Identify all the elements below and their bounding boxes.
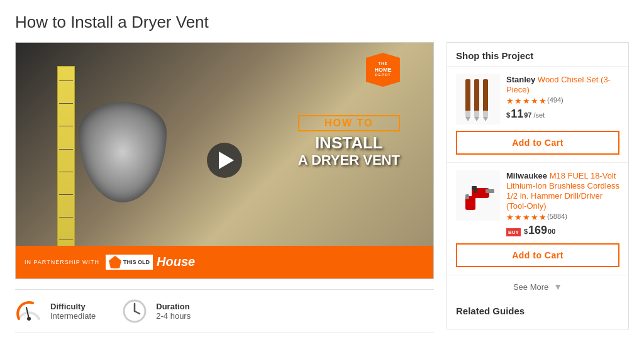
product-info-2: Milwaukee M18 FUEL 18-Volt Lithium-Ion B… bbox=[506, 170, 619, 237]
add-to-cart-button-2[interactable]: Add to Cart bbox=[456, 243, 619, 267]
svg-rect-11 bbox=[483, 79, 488, 114]
duration-item: Duration 2-4 hours bbox=[121, 297, 191, 325]
duration-text: Duration 2-4 hours bbox=[156, 302, 191, 321]
home-depot-badge: THE HOME DEPOT bbox=[366, 53, 400, 87]
toh-house-text: House bbox=[157, 255, 195, 269]
difficulty-value: Intermediate bbox=[50, 311, 96, 321]
duration-value: 2-4 hours bbox=[156, 311, 191, 321]
see-more-chevron: ▼ bbox=[553, 282, 562, 292]
star-d3: ★ bbox=[523, 212, 530, 222]
star-d5: ★ bbox=[539, 212, 547, 222]
product-image-drill bbox=[456, 170, 500, 221]
price-cents-1: 97 bbox=[524, 111, 531, 119]
price-dollar-2: $ bbox=[524, 228, 528, 235]
shop-item-1: Stanley Wood Chisel Set (3-Piece) ★ ★ ★ … bbox=[447, 67, 628, 163]
page-container: How to Install a Dryer Vent bbox=[0, 0, 644, 342]
price-main-1: 11 bbox=[511, 108, 523, 121]
duration-label: Duration bbox=[156, 302, 191, 311]
play-button[interactable] bbox=[207, 143, 242, 178]
star-3: ★ bbox=[523, 96, 530, 106]
product-brand-2: Milwaukee bbox=[506, 171, 550, 180]
video-inner: THE HOME DEPOT HOW TO INSTALL A DRYER VE… bbox=[16, 43, 433, 279]
product-image-chisel bbox=[456, 74, 500, 124]
buy-badge: BUY bbox=[506, 228, 521, 236]
dryer-vent-label: A DRYER VENT bbox=[298, 152, 400, 168]
star-5-half: ★ bbox=[539, 96, 547, 106]
shop-panel-header: Shop this Project bbox=[447, 43, 628, 67]
price-row-2: BUY $ 169 00 bbox=[506, 224, 619, 237]
svg-marker-7 bbox=[465, 117, 470, 121]
star-d4: ★ bbox=[531, 212, 538, 222]
shop-item-2: Milwaukee M18 FUEL 18-Volt Lithium-Ion B… bbox=[447, 163, 628, 275]
left-column: THE HOME DEPOT HOW TO INSTALL A DRYER VE… bbox=[15, 42, 434, 333]
video-overlay-text: HOW TO INSTALL A DRYER VENT bbox=[298, 90, 400, 168]
svg-rect-19 bbox=[472, 186, 477, 190]
svg-line-4 bbox=[135, 311, 140, 314]
price-dollar-1: $ bbox=[506, 111, 510, 119]
add-to-cart-button-1[interactable]: Add to Cart bbox=[456, 131, 619, 155]
partnership-text: IN PARTNERSHIP WITH bbox=[25, 259, 99, 265]
main-layout: THE HOME DEPOT HOW TO INSTALL A DRYER VE… bbox=[15, 42, 629, 333]
right-column: Shop this Project bbox=[447, 42, 629, 329]
review-count-1: (494) bbox=[547, 96, 564, 106]
chisel-graphic bbox=[459, 76, 497, 123]
clock-icon bbox=[121, 297, 148, 325]
star-d2: ★ bbox=[514, 212, 522, 222]
product-info-1: Stanley Wood Chisel Set (3-Piece) ★ ★ ★ … bbox=[506, 74, 619, 124]
star-1: ★ bbox=[506, 96, 514, 106]
toh-house-icon bbox=[109, 256, 121, 268]
price-row-1: $ 11 97 /set bbox=[506, 108, 619, 121]
install-label: INSTALL bbox=[298, 134, 400, 152]
shop-panel: Shop this Project bbox=[447, 42, 629, 329]
svg-rect-9 bbox=[474, 111, 479, 117]
svg-point-1 bbox=[27, 317, 31, 321]
star-2: ★ bbox=[514, 96, 522, 106]
shop-item-inner-2: Milwaukee M18 FUEL 18-Volt Lithium-Ion B… bbox=[456, 170, 619, 237]
difficulty-text: Difficulty Intermediate bbox=[50, 302, 96, 321]
svg-rect-12 bbox=[483, 111, 488, 117]
difficulty-item: Difficulty Intermediate bbox=[15, 297, 96, 325]
tape-measure-graphic bbox=[57, 66, 75, 255]
page-title: How to Install a Dryer Vent bbox=[15, 13, 629, 32]
svg-rect-6 bbox=[465, 111, 470, 117]
price-cents-2: 00 bbox=[548, 228, 555, 235]
price-unit-1: /set bbox=[533, 111, 545, 119]
svg-marker-13 bbox=[483, 117, 488, 121]
toh-logo-box: This Old bbox=[106, 255, 153, 270]
svg-rect-8 bbox=[474, 79, 479, 114]
star-4: ★ bbox=[531, 96, 538, 106]
product-brand-1: Stanley bbox=[506, 75, 538, 84]
svg-rect-5 bbox=[465, 79, 470, 114]
difficulty-label: Difficulty bbox=[50, 302, 96, 311]
svg-rect-15 bbox=[486, 189, 494, 193]
this-old-house-logo: This Old House bbox=[106, 255, 195, 270]
svg-marker-10 bbox=[474, 117, 479, 121]
star-d1: ★ bbox=[506, 212, 514, 222]
video-bottom-bar: IN PARTNERSHIP WITH This Old House bbox=[16, 246, 433, 279]
related-guides-section: Related Guides bbox=[447, 306, 628, 329]
video-player[interactable]: THE HOME DEPOT HOW TO INSTALL A DRYER VE… bbox=[15, 42, 434, 279]
toh-this-old-text: This Old bbox=[123, 259, 150, 265]
product-stars-1: ★ ★ ★ ★ ★ (494) bbox=[506, 96, 619, 106]
shop-item-inner-1: Stanley Wood Chisel Set (3-Piece) ★ ★ ★ … bbox=[456, 74, 619, 124]
see-more-row: See More ▼ bbox=[447, 275, 628, 298]
svg-rect-17 bbox=[465, 194, 469, 199]
play-icon bbox=[219, 152, 234, 169]
difficulty-gauge-icon bbox=[15, 297, 43, 325]
info-bar: Difficulty Intermediate Duration 2-4 hou… bbox=[15, 289, 434, 333]
related-guides-title: Related Guides bbox=[456, 306, 619, 316]
shop-items-container[interactable]: Stanley Wood Chisel Set (3-Piece) ★ ★ ★ … bbox=[447, 67, 628, 298]
review-count-2: (5884) bbox=[547, 212, 567, 222]
see-more-link[interactable]: See More bbox=[513, 282, 548, 292]
product-stars-2: ★ ★ ★ ★ ★ (5884) bbox=[506, 212, 619, 222]
how-to-label: HOW TO bbox=[298, 115, 400, 131]
price-main-2: 169 bbox=[528, 224, 547, 237]
drill-graphic bbox=[459, 172, 497, 219]
